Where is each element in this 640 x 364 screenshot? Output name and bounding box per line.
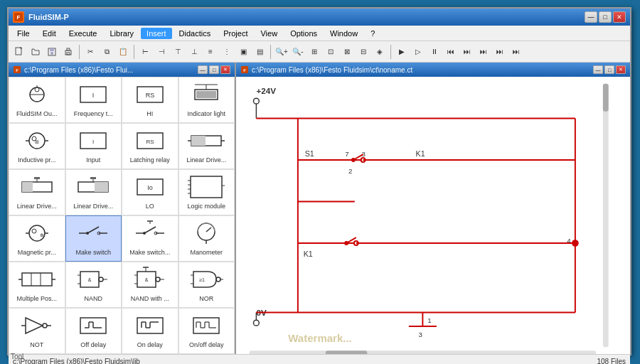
app-title: FluidSIM-P <box>28 13 69 21</box>
menu-item-didactics[interactable]: Didactics <box>174 28 217 39</box>
align-center[interactable]: ⊣ <box>154 44 169 60</box>
comp-linear2[interactable]: Linear Drive... <box>9 169 65 215</box>
toolbar-tool7[interactable]: ▣ <box>235 44 251 60</box>
comp-inductive[interactable]: ⊞ Inductive pr... <box>9 123 65 169</box>
ondelay-icon <box>130 311 170 340</box>
main-window: F FluidSIM-P — □ ✕ FileEditExecuteLibrar… <box>7 7 631 355</box>
comp-not[interactable]: NOT <box>9 308 65 354</box>
align-bottom[interactable]: ≡ <box>203 44 218 60</box>
lib-close[interactable]: ✕ <box>220 65 230 74</box>
lib-minimize[interactable]: — <box>198 65 208 74</box>
comp-multipos[interactable]: Multiple Pos... <box>9 262 65 308</box>
comp-not-label: NOT <box>30 341 43 349</box>
zoom-fit[interactable]: ⊞ <box>306 44 322 60</box>
run-button[interactable]: ▶ <box>394 44 410 60</box>
step-end3[interactable]: ⏭ <box>508 44 524 60</box>
svg-text:2: 2 <box>348 168 352 176</box>
step-fwd[interactable]: ⏭ <box>459 44 475 60</box>
minimize-button[interactable]: — <box>585 11 597 23</box>
menu-item-?[interactable]: ? <box>365 28 380 39</box>
svg-point-54 <box>32 229 36 233</box>
step-end[interactable]: ⏭ <box>476 44 491 60</box>
menu-item-window[interactable]: Window <box>324 28 363 39</box>
app-icon: F <box>13 11 24 23</box>
comp-nandwith[interactable]: & NAND with ... <box>122 262 178 308</box>
comp-onoffdelay[interactable]: On/off delay <box>178 308 235 354</box>
menu-item-file[interactable]: File <box>11 28 36 39</box>
inductive-icon: ⊞ <box>17 127 57 155</box>
paste-button[interactable]: 📋 <box>115 44 131 60</box>
zoom-custom[interactable]: ⊠ <box>339 44 355 60</box>
svg-point-148 <box>351 158 356 162</box>
comp-nand[interactable]: & NAND <box>65 262 122 308</box>
comp-hi[interactable]: RS HI <box>122 77 178 123</box>
circuit-minimize[interactable]: — <box>593 65 603 74</box>
comp-ondelay[interactable]: On delay <box>122 308 178 354</box>
align-right[interactable]: ⊤ <box>170 44 186 60</box>
copy-button[interactable]: ⧉ <box>99 44 114 60</box>
save-button[interactable] <box>44 44 60 60</box>
close-button[interactable]: ✕ <box>613 11 626 23</box>
circuit-maximize[interactable]: □ <box>604 65 614 74</box>
hi-icon: RS <box>130 80 170 109</box>
comp-frequency[interactable]: I Frequency t... <box>65 77 122 123</box>
align-top[interactable]: ⊥ <box>186 44 202 60</box>
comp-fluidsim-out[interactable]: FluidSIM Ou... <box>9 77 65 123</box>
comp-manometer[interactable]: Manometer <box>178 215 235 262</box>
library-path: c:\Program Files (x86)\Festo Flui... <box>24 66 133 74</box>
zoom-in-button[interactable]: 🔍+ <box>274 44 289 60</box>
step-end2[interactable]: ⏭ <box>492 44 508 60</box>
lib-maximize[interactable]: □ <box>209 65 219 74</box>
content-area: F c:\Program Files (x86)\Festo Flui... —… <box>9 63 630 354</box>
comp-makeswitch2[interactable]: Make switch... <box>122 215 178 262</box>
menu-item-execute[interactable]: Execute <box>63 28 103 39</box>
menu-item-project[interactable]: Project <box>218 28 253 39</box>
svg-rect-169 <box>603 84 609 112</box>
menu-item-edit[interactable]: Edit <box>37 28 62 39</box>
print-button[interactable] <box>60 44 76 60</box>
align-distribute[interactable]: ⋮ <box>219 44 235 60</box>
step-back[interactable]: ⏮ <box>443 44 459 60</box>
comp-linear3[interactable]: Linear Drive... <box>65 169 122 215</box>
maximize-button[interactable]: □ <box>599 11 612 23</box>
zoom-100[interactable]: ⊡ <box>323 44 338 60</box>
comp-nor[interactable]: ≥1 NOR <box>178 262 235 308</box>
not-icon <box>17 311 57 340</box>
circuit-canvas[interactable]: +24V S1 7 3 2 <box>236 77 630 354</box>
circuit-path: c:\Program Files (x86)\Festo Fluidsim\ct… <box>252 66 412 74</box>
menu-item-view[interactable]: View <box>255 28 283 39</box>
cut-button[interactable]: ✂ <box>82 44 98 60</box>
logic-icon <box>186 173 226 201</box>
comp-fluidsim-out-label: FluidSIM Ou... <box>16 110 58 118</box>
comp-magnetic[interactable]: ⊕ Magnetic pr... <box>9 215 65 262</box>
comp-logic[interactable]: Logic module <box>178 169 235 215</box>
new-button[interactable] <box>11 44 27 60</box>
linear3-icon <box>73 173 113 201</box>
menu-item-library[interactable]: Library <box>104 28 139 39</box>
comp-lo[interactable]: Io LO <box>122 169 178 215</box>
svg-text:Io: Io <box>147 184 153 191</box>
svg-point-159 <box>572 240 579 247</box>
comp-input[interactable]: I Input <box>65 123 122 169</box>
toolbar-tool8[interactable]: ▤ <box>252 44 267 60</box>
pause-button[interactable]: ⏸ <box>427 44 442 60</box>
title-bar-controls: — □ ✕ <box>585 11 626 23</box>
comp-indicator[interactable]: Indicator light <box>178 77 235 123</box>
linear1-icon <box>186 127 226 155</box>
svg-point-155 <box>344 241 348 245</box>
align-left[interactable]: ⊢ <box>137 44 153 60</box>
svg-text:&: & <box>144 277 148 282</box>
run2-button[interactable]: ▷ <box>410 44 426 60</box>
zoom-tool6[interactable]: ⊟ <box>356 44 371 60</box>
comp-linear2-label: Linear Drive... <box>17 203 57 210</box>
zoom-out-button[interactable]: 🔍- <box>290 44 306 60</box>
open-button[interactable] <box>28 44 43 60</box>
comp-linear1[interactable]: Linear Drive... <box>178 123 235 169</box>
menu-item-options[interactable]: Options <box>284 28 323 39</box>
comp-latching[interactable]: RS Latching relay <box>122 123 178 169</box>
circuit-close[interactable]: ✕ <box>616 65 626 74</box>
scroll-tool[interactable]: ◈ <box>372 44 388 60</box>
menu-item-insert[interactable]: Insert <box>141 28 172 39</box>
comp-offdelay[interactable]: Off delay <box>65 308 122 354</box>
comp-makeswitch[interactable]: Make switch <box>65 215 122 262</box>
